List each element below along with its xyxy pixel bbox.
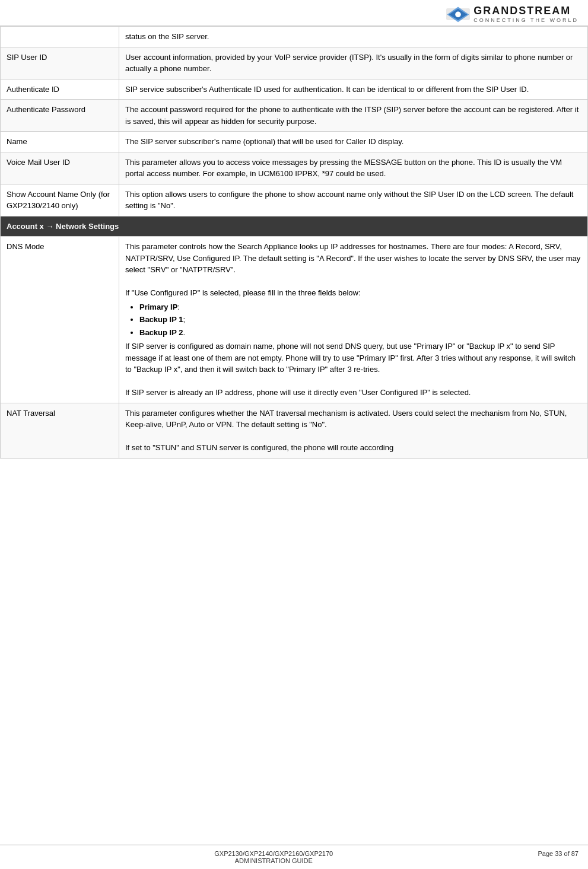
table-row: Show Account Name Only (for GXP2130/2140… [1,184,588,216]
dns-bullet-list: Primary IP: Backup IP 1; Backup IP 2. [125,301,581,339]
bullet-primary-ip: Primary IP [139,303,177,311]
nat-text-2: If set to "STUN" and STUN server is conf… [125,443,393,452]
dns-rest-text-2: If SIP server is already an IP address, … [125,388,471,397]
table-row: DNS Mode This parameter controls how the… [1,237,588,403]
row-label [1,27,119,47]
row-content: User account information, provided by yo… [119,47,588,79]
page-wrapper: GRANDSTREAM CONNECTING THE WORLD status … [0,0,588,869]
row-label: Show Account Name Only (for GXP2130/2140… [1,184,119,216]
grandstream-logo-icon [446,5,470,23]
list-item: Backup IP 2. [139,327,581,339]
table-row: Name The SIP server subscriber's name (o… [1,132,588,152]
row-content: status on the SIP server. [119,27,588,47]
logo-brand: GRANDSTREAM [473,5,579,17]
logo-text-block: GRANDSTREAM CONNECTING THE WORLD [473,5,579,23]
footer-page-number: Page 33 of 87 [538,850,579,864]
section-header-label: Account x → Network Settings [1,216,588,237]
row-label: SIP User ID [1,47,119,79]
bullet-backup-ip1: Backup IP 1 [139,315,183,324]
list-item: Primary IP: [139,301,581,313]
footer-line1: GXP2130/GXP2140/GXP2160/GXP2170 [9,850,538,857]
row-label: Voice Mail User ID [1,152,119,184]
section-header-row: Account x → Network Settings [1,216,588,237]
logo-row: GRANDSTREAM CONNECTING THE WORLD [446,5,579,23]
table-row: NAT Traversal This parameter configures … [1,403,588,458]
row-content: This parameter allows you to access voic… [119,152,588,184]
footer-line2: ADMINISTRATION GUIDE [9,857,538,864]
dns-rest-text: If SIP server is configured as domain na… [125,342,576,374]
row-content: The account password required for the ph… [119,100,588,132]
page-footer: GXP2130/GXP2140/GXP2160/GXP2170 ADMINIST… [0,845,588,869]
logo-sub: CONNECTING THE WORLD [473,17,579,23]
row-content: The SIP server subscriber's name (option… [119,132,588,152]
nat-text: This parameter configures whether the NA… [125,409,567,429]
dns-intro-text: This parameter controls how the Search A… [125,242,580,274]
svg-point-3 [455,11,461,17]
dns-fill-in-text: If "Use Configured IP" is selected, plea… [125,288,361,297]
table-row: Authenticate ID SIP service subscriber's… [1,79,588,100]
table-row: Voice Mail User ID This parameter allows… [1,152,588,184]
table-row: status on the SIP server. [1,27,588,47]
bullet-backup-ip2: Backup IP 2 [139,328,183,337]
row-content-nat: This parameter configures whether the NA… [119,403,588,458]
row-content-dns: This parameter controls how the Search A… [119,237,588,403]
logo-area: GRANDSTREAM CONNECTING THE WORLD [446,5,579,23]
table-row: SIP User ID User account information, pr… [1,47,588,79]
row-content: This option allows users to configure th… [119,184,588,216]
footer-center: GXP2130/GXP2140/GXP2160/GXP2170 ADMINIST… [9,850,538,864]
row-label: Authenticate Password [1,100,119,132]
row-label: NAT Traversal [1,403,119,458]
table-row: Authenticate Password The account passwo… [1,100,588,132]
main-table: status on the SIP server. SIP User ID Us… [0,26,588,459]
row-content: SIP service subscriber's Authenticate ID… [119,79,588,100]
row-label: DNS Mode [1,237,119,403]
row-label: Authenticate ID [1,79,119,100]
list-item: Backup IP 1; [139,314,581,326]
page-header: GRANDSTREAM CONNECTING THE WORLD [0,0,588,26]
row-label: Name [1,132,119,152]
